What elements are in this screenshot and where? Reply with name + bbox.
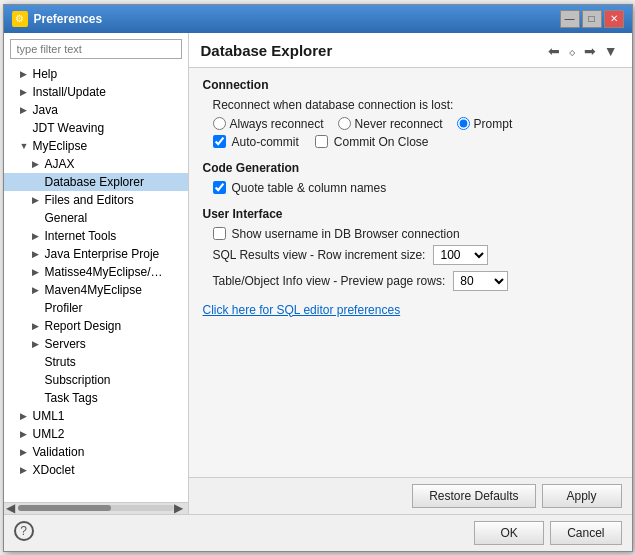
reconnect-label: Reconnect when database connection is lo…	[213, 98, 618, 112]
window-title: Preferences	[34, 12, 103, 26]
right-header: Database Explorer ⬅ ⬦ ➡ ▼	[189, 33, 632, 68]
show-username-label: Show username in DB Browser connection	[232, 227, 460, 241]
filter-input[interactable]	[10, 39, 182, 59]
table-object-label: Table/Object Info view - Preview page ro…	[213, 274, 446, 288]
autocommit-label: Auto-commit	[232, 135, 299, 149]
prompt-reconnect-radio[interactable]	[457, 117, 470, 130]
autocommit-checkbox[interactable]	[213, 135, 226, 148]
arrow-icon: ▶	[20, 69, 30, 79]
forward-icon[interactable]: ➡	[582, 41, 598, 61]
always-reconnect-radio[interactable]	[213, 117, 226, 130]
never-reconnect-radio[interactable]	[338, 117, 351, 130]
maximize-button[interactable]: □	[582, 10, 602, 28]
ok-cancel-bar: ? OK Cancel	[4, 514, 632, 551]
right-panel: Database Explorer ⬅ ⬦ ➡ ▼ Connection Rec…	[189, 33, 632, 514]
prompt-reconnect-label: Prompt	[474, 117, 513, 131]
preferences-window: ⚙ Preferences — □ ✕ ▶ Help ▶ Install/Upd…	[3, 4, 633, 552]
sidebar-item-myeclipse[interactable]: ▼ MyEclipse	[4, 137, 188, 155]
never-reconnect-option[interactable]: Never reconnect	[338, 117, 443, 131]
sidebar-item-validation[interactable]: ▶ Validation	[4, 443, 188, 461]
panel-title: Database Explorer	[201, 42, 333, 59]
scroll-left-btn[interactable]: ◀	[6, 503, 18, 513]
arrow-icon	[32, 213, 42, 223]
help-button[interactable]: ?	[14, 521, 34, 541]
nav-icons: ⬅ ⬦ ➡ ▼	[546, 41, 620, 61]
code-gen-title: Code Generation	[203, 161, 618, 175]
sql-editor-link[interactable]: Click here for SQL editor preferences	[203, 303, 618, 317]
arrow-icon	[32, 177, 42, 187]
arrow-icon: ▶	[20, 429, 30, 439]
arrow-icon: ▶	[32, 249, 42, 259]
user-interface-title: User Interface	[203, 207, 618, 221]
sidebar-item-help[interactable]: ▶ Help	[4, 65, 188, 83]
quote-table-checkbox[interactable]	[213, 181, 226, 194]
commit-on-close-label: Commit On Close	[334, 135, 429, 149]
sidebar-item-matisse[interactable]: ▶ Matisse4MyEclipse/…	[4, 263, 188, 281]
sidebar-item-install-update[interactable]: ▶ Install/Update	[4, 83, 188, 101]
sql-results-label: SQL Results view - Row increment size:	[213, 248, 426, 262]
ok-button[interactable]: OK	[474, 521, 544, 545]
never-reconnect-label: Never reconnect	[355, 117, 443, 131]
arrow-icon: ▶	[32, 195, 42, 205]
nav-sep: ⬦	[566, 41, 578, 61]
minimize-button[interactable]: —	[560, 10, 580, 28]
arrow-icon: ▶	[20, 411, 30, 421]
show-username-checkbox[interactable]	[213, 227, 226, 240]
sidebar-item-java-enterprise[interactable]: ▶ Java Enterprise Proje	[4, 245, 188, 263]
close-button[interactable]: ✕	[604, 10, 624, 28]
connection-section: Connection Reconnect when database conne…	[203, 78, 618, 149]
dropdown-arrow-icon[interactable]: ▼	[602, 41, 620, 61]
apply-button[interactable]: Apply	[542, 484, 622, 508]
scroll-right-btn[interactable]: ▶	[174, 503, 186, 513]
sidebar-item-subscription[interactable]: Subscription	[4, 371, 188, 389]
sidebar-item-general[interactable]: General	[4, 209, 188, 227]
restore-defaults-button[interactable]: Restore Defaults	[412, 484, 535, 508]
cancel-button[interactable]: Cancel	[550, 521, 621, 545]
arrow-icon	[20, 123, 30, 133]
sql-results-select[interactable]: 100 50 200 500	[433, 245, 488, 265]
sidebar-item-uml1[interactable]: ▶ UML1	[4, 407, 188, 425]
code-generation-section: Code Generation Quote table & column nam…	[203, 161, 618, 195]
commit-on-close-checkbox[interactable]	[315, 135, 328, 148]
sidebar-item-struts[interactable]: Struts	[4, 353, 188, 371]
arrow-icon: ▶	[20, 87, 30, 97]
title-bar: ⚙ Preferences — □ ✕	[4, 5, 632, 33]
sidebar-item-xdoclet[interactable]: ▶ XDoclet	[4, 461, 188, 479]
always-reconnect-label: Always reconnect	[230, 117, 324, 131]
sidebar-item-ajax[interactable]: ▶ AJAX	[4, 155, 188, 173]
left-panel: ▶ Help ▶ Install/Update ▶ Java JDT Weavi…	[4, 33, 189, 514]
sidebar-item-internet-tools[interactable]: ▶ Internet Tools	[4, 227, 188, 245]
horizontal-scrollbar[interactable]: ◀ ▶	[4, 502, 188, 514]
back-icon[interactable]: ⬅	[546, 41, 562, 61]
table-object-row: Table/Object Info view - Preview page ro…	[213, 271, 618, 291]
app-icon: ⚙	[12, 11, 28, 27]
sql-results-row: SQL Results view - Row increment size: 1…	[213, 245, 618, 265]
restore-apply-bar: Restore Defaults Apply	[189, 477, 632, 514]
sidebar-item-database-explorer[interactable]: Database Explorer	[4, 173, 188, 191]
arrow-icon: ▼	[20, 141, 30, 151]
scrollbar-thumb[interactable]	[18, 505, 112, 511]
main-content: ▶ Help ▶ Install/Update ▶ Java JDT Weavi…	[4, 33, 632, 514]
arrow-icon: ▶	[20, 465, 30, 475]
right-body: Connection Reconnect when database conne…	[189, 68, 632, 477]
sidebar-item-jdt-weaving[interactable]: JDT Weaving	[4, 119, 188, 137]
sidebar-item-profiler[interactable]: Profiler	[4, 299, 188, 317]
sidebar-item-uml2[interactable]: ▶ UML2	[4, 425, 188, 443]
quote-table-row: Quote table & column names	[213, 181, 618, 195]
sidebar-item-servers[interactable]: ▶ Servers	[4, 335, 188, 353]
arrow-icon: ▶	[32, 159, 42, 169]
arrow-icon	[32, 375, 42, 385]
arrow-icon	[32, 357, 42, 367]
arrow-icon: ▶	[32, 321, 42, 331]
prompt-reconnect-option[interactable]: Prompt	[457, 117, 513, 131]
user-interface-indent: Show username in DB Browser connection S…	[203, 227, 618, 291]
sidebar-item-maven[interactable]: ▶ Maven4MyEclipse	[4, 281, 188, 299]
code-gen-indent: Quote table & column names	[203, 181, 618, 195]
sidebar-item-report-design[interactable]: ▶ Report Design	[4, 317, 188, 335]
sidebar-item-files-editors[interactable]: ▶ Files and Editors	[4, 191, 188, 209]
always-reconnect-option[interactable]: Always reconnect	[213, 117, 324, 131]
scrollbar-track[interactable]	[18, 505, 174, 511]
sidebar-item-java[interactable]: ▶ Java	[4, 101, 188, 119]
table-object-select[interactable]: 80 50 100 200	[453, 271, 508, 291]
sidebar-item-task-tags[interactable]: Task Tags	[4, 389, 188, 407]
